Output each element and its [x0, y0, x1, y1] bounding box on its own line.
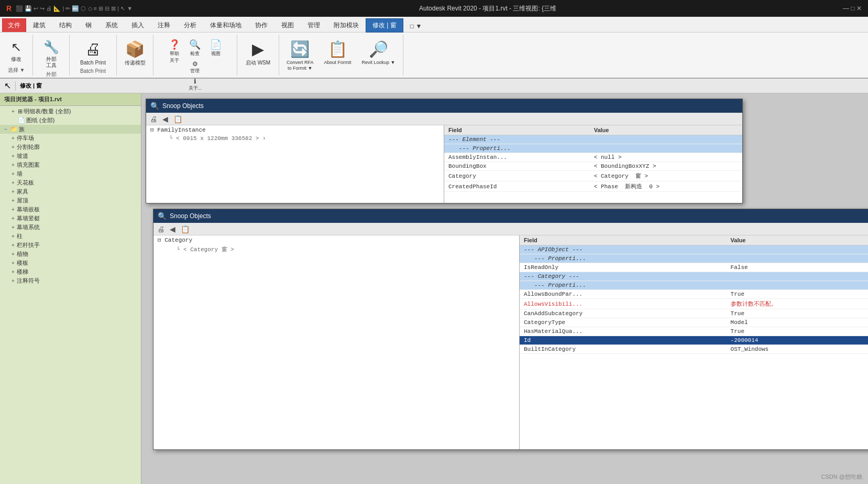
tree-item-tingchechang[interactable]: + 停车场 [0, 134, 141, 143]
tab-shitu[interactable]: 视图 [274, 18, 301, 32]
snoop-btn-left-1[interactable]: ◀ [161, 115, 170, 123]
tab-tiliangdichang[interactable]: 体量和场地 [203, 18, 248, 32]
tree-item-zhiwu[interactable]: + 植物 [0, 250, 141, 259]
viewport-area: 🔍 Snoop Objects 🖨 ◀ 📋 ⊟ FamilyInstance └… [141, 93, 868, 484]
tree-item-louban[interactable]: + 楼板 [0, 259, 141, 267]
prop-row-canaddsubcategory[interactable]: CanAddSubcategory True [520, 309, 868, 318]
snoop-btn-print-2[interactable]: 🖨 [156, 225, 166, 233]
tree-item-jiaju[interactable]: + 家具 [0, 187, 141, 196]
prop-row-element: --- Element --- [444, 135, 742, 144]
tree-item-zu[interactable]: − 📁 族 [0, 125, 141, 134]
tab-gang[interactable]: 钢 [79, 18, 98, 32]
external-icon: 🔧 [43, 40, 59, 55]
prop-col-value-1: Value [590, 125, 742, 135]
prop-row-apiobject: --- APIObject --- [520, 245, 868, 254]
tree-item-langangfushou[interactable]: + 栏杆扶手 [0, 241, 141, 250]
ribbon-group-wsm: ▶ 启动 WSM [237, 35, 279, 76]
ribbon-group-batchprint: 🖨 Batch Print Batch Print [70, 35, 117, 76]
batch-print-button[interactable]: 🖨 Batch Print [77, 38, 109, 68]
external-tools-button[interactable]: 🔧 外部工具 [39, 38, 63, 71]
tab-zhushi[interactable]: 注释 [151, 18, 177, 32]
view-button[interactable]: 📄 视图 [208, 38, 224, 58]
prop-row-allowsboundpar[interactable]: AllowsBoundPar... True [520, 290, 868, 299]
modify-icon: ↖ [11, 40, 21, 55]
icon-mingxibiao: ⊞ [18, 108, 23, 115]
prop-col-field-1: Field [444, 125, 590, 135]
chuansong-button[interactable]: 📦 传递模型 [122, 38, 149, 68]
tree-item-zhujiefuhao[interactable]: + 注释符号 [0, 276, 141, 285]
tree-item-muqiangxitong[interactable]: + 幕墙系统 [0, 223, 141, 232]
modify-button[interactable]: ↖ 修改 [4, 38, 28, 64]
title-bar-left: R ⬛ 💾 ↩ ↪ 🖨 📐 | ✏ 🔤 ⬡ ◇ ≡ ⊞ ⊟ ⊠ | ↖ ▼ [6, 4, 133, 13]
snoop-btn-copy-2[interactable]: 📋 [179, 225, 191, 233]
tree-item-tuzhi[interactable]: 📄 图纸 (全部) [0, 116, 141, 125]
revit-lookup-button[interactable]: 🔎 Revit Lookup ▼ [359, 38, 399, 68]
tab-xiugai-chuang[interactable]: 修改 | 窗 [366, 18, 403, 33]
snoop-tree-child-1[interactable]: └ < 0915 x 1220mm 336582 > › [146, 134, 444, 143]
snoop-titlebar-2: 🔍 Snoop Objects [153, 209, 868, 223]
view-icon: 📄 [210, 39, 222, 50]
expand-tianhuaban: + [9, 180, 17, 186]
tab-more[interactable]: □ ▼ [403, 20, 428, 32]
snoop-btn-left-2[interactable]: ◀ [168, 225, 177, 233]
tree-item-wuding[interactable]: + 屋顶 [0, 196, 141, 205]
tree-item-fenggelunkuo[interactable]: + 分割轮廓 [0, 143, 141, 152]
revit-lookup-icon: 🔎 [369, 40, 388, 59]
snoop-btn-copy-1[interactable]: 📋 [172, 115, 184, 123]
tab-fujiaomokuai[interactable]: 附加模块 [327, 18, 366, 32]
convert-rfa-button[interactable]: 🔄 Convert RFAto FormIt ▼ [283, 38, 317, 73]
snoop-window-2: 🔍 Snoop Objects 🖨 ◀ 📋 ⊟ Category └ < Cat… [153, 209, 868, 450]
help-button[interactable]: ❓ 帮助关于 [167, 38, 182, 65]
snoop-toolbar-2: 🖨 ◀ 📋 [153, 223, 868, 235]
check-icon: 🔍 [189, 39, 201, 50]
snoop-tree-root-1: ⊟ FamilyInstance [146, 125, 444, 134]
tree-item-mingxibiao[interactable]: + ⊞ 明细表/数量 (全部) [0, 107, 141, 116]
select-dropdown[interactable]: 选择 ▼ [8, 66, 25, 75]
snoop-title-1: Snoop Objects [162, 102, 204, 110]
tree-item-qiang[interactable]: + 墙 [0, 169, 141, 178]
tree-item-zhu[interactable]: + 柱 [0, 232, 141, 241]
tab-xiezuo[interactable]: 协作 [248, 18, 274, 32]
ribbon-content: ↖ 修改 选择 ▼ 🔧 外部工具 外部 🖨 Batch Print Batch … [0, 33, 868, 79]
tree-item-podao[interactable]: + 坡道 [0, 152, 141, 160]
tab-jianzhu[interactable]: 建筑 [26, 18, 52, 32]
wsm-button[interactable]: ▶ 启动 WSM [243, 38, 273, 68]
snoop-tree-child-2[interactable]: └ < Category 窗 > [153, 244, 519, 254]
tree-item-tianchongtu[interactable]: + 填充图案 [0, 160, 141, 169]
batch-print-icon: 🖨 [85, 40, 101, 59]
browser-header: 项目浏览器 - 项目1.rvt [0, 93, 141, 106]
prop-row-assembly[interactable]: AssemblyInstan... < null > [444, 153, 742, 162]
tab-xitong[interactable]: 系统 [98, 18, 125, 32]
snoop-window-1: 🔍 Snoop Objects 🖨 ◀ 📋 ⊟ FamilyInstance └… [146, 99, 743, 203]
prop-row-category[interactable]: Category < Category 窗 > [444, 171, 742, 181]
prop-row-id[interactable]: Id -2000014 [520, 336, 868, 345]
prop-row-createdphaseid[interactable]: CreatedPhaseId < Phase 新构造 0 > [444, 181, 742, 192]
window-controls[interactable]: — □ ✕ [843, 5, 862, 12]
manage-button[interactable]: ⚙ 管理 [186, 59, 204, 76]
tab-wenjian[interactable]: 文件 [2, 18, 26, 32]
tree-item-muqiangzhuting[interactable]: + 幕墙竖梃 [0, 214, 141, 223]
about-formit-button[interactable]: 📋 About FormIt [321, 38, 355, 68]
tab-guanli[interactable]: 管理 [301, 18, 327, 32]
tab-jiegou[interactable]: 结构 [52, 18, 79, 32]
ribbon-tabs: 文件 建筑 结构 钢 系统 插入 注释 分析 体量和场地 协作 视图 管理 附加… [0, 17, 868, 33]
prop-row-boundingbox[interactable]: BoundingBox < BoundingBoxXYZ > [444, 162, 742, 171]
tree-item-tianhuaban[interactable]: + 天花板 [0, 178, 141, 187]
about-button[interactable]: ℹ 关于... [186, 77, 204, 93]
check-button[interactable]: 🔍 检查 [186, 38, 204, 58]
icon-tuzhi: 📄 [18, 117, 25, 124]
prop-row-builtincategory[interactable]: BuiltInCategory OST_Windows [520, 345, 868, 354]
prop-row-isreadonly[interactable]: IsReadOnly False [520, 263, 868, 272]
snoop-btn-print-1[interactable]: 🖨 [148, 115, 159, 123]
tree-item-muqiangqianbao[interactable]: + 幕墙嵌板 [0, 205, 141, 214]
tab-fenxi[interactable]: 分析 [177, 18, 203, 32]
snoop-toolbar-1: 🖨 ◀ 📋 [146, 113, 742, 125]
prop-row-categorytype[interactable]: CategoryType Model [520, 318, 868, 327]
tree-item-louti[interactable]: + 楼梯 [0, 267, 141, 276]
prop-row-allowsvisibili[interactable]: AllowsVisibili... 参数计数不匹配。 [520, 299, 868, 309]
expand-zu: − [2, 126, 9, 132]
toolbar-icons: ⬛ 💾 ↩ ↪ 🖨 📐 | ✏ 🔤 ⬡ ◇ ≡ ⊞ ⊟ ⊠ | ↖ ▼ [16, 5, 133, 12]
browser-tree: + ⊞ 明细表/数量 (全部) 📄 图纸 (全部) − 📁 族 + 停车场 + … [0, 106, 141, 484]
prop-row-hasmaterialqua[interactable]: HasMaterialQua... True [520, 327, 868, 336]
tab-charu[interactable]: 插入 [125, 18, 151, 32]
